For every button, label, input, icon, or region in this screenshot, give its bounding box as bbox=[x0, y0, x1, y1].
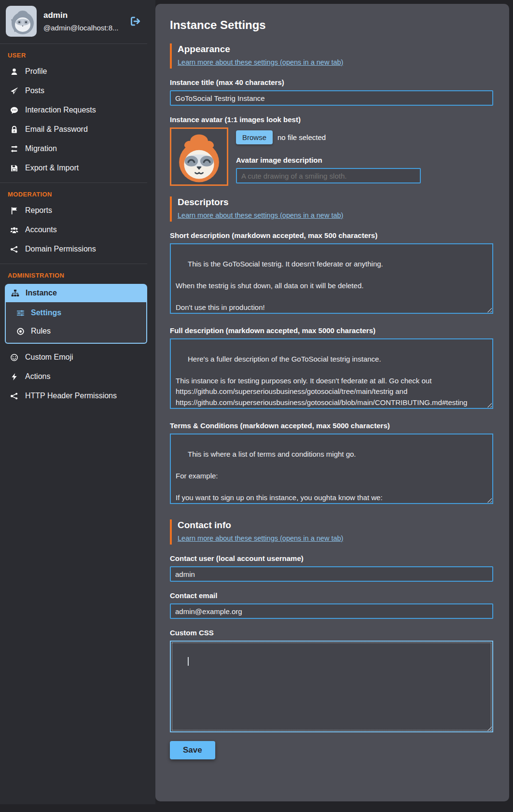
appearance-section-header: Appearance Learn more about these settin… bbox=[170, 43, 495, 69]
sidebar-item-label: Custom Emoji bbox=[25, 353, 73, 362]
sidebar-item-label: Email & Password bbox=[25, 125, 88, 134]
avatar-description-label: Avatar image description bbox=[236, 156, 421, 164]
contact-info-section-header: Contact info Learn more about these sett… bbox=[170, 519, 495, 545]
sidebar-item-label: Profile bbox=[25, 67, 47, 76]
terms-textarea[interactable]: This is where a list of terms and condit… bbox=[170, 434, 493, 504]
sitemap-icon bbox=[11, 289, 19, 297]
transfer-arrows-icon bbox=[10, 145, 18, 153]
avatar-description-input[interactable] bbox=[236, 168, 421, 183]
flag-icon bbox=[10, 207, 18, 215]
sidebar-section-moderation: MODERATION Reports Accounts Domain Permi… bbox=[0, 182, 147, 264]
resize-handle[interactable] bbox=[486, 497, 492, 503]
resize-handle[interactable] bbox=[486, 402, 492, 407]
sidebar-item-settings[interactable]: Settings bbox=[6, 304, 146, 322]
file-status-text: no file selected bbox=[277, 133, 326, 141]
custom-css-textarea[interactable] bbox=[170, 641, 493, 732]
descriptors-learn-more-link[interactable]: Learn more about these settings (opens i… bbox=[178, 211, 343, 219]
sidebar-item-label: Export & Import bbox=[25, 164, 79, 172]
sidebar-item-email-password[interactable]: Email & Password bbox=[0, 120, 147, 139]
contact-info-learn-more-link[interactable]: Learn more about these settings (opens i… bbox=[178, 534, 343, 542]
sidebar-item-http-header-permissions[interactable]: HTTP Header Permissions bbox=[0, 386, 147, 406]
sidebar-item-label: HTTP Header Permissions bbox=[25, 392, 117, 400]
paper-plane-icon bbox=[10, 87, 18, 95]
instance-settings-panel: Instance Settings Appearance Learn more … bbox=[155, 4, 509, 801]
contact-email-field: Contact email bbox=[170, 591, 495, 619]
sidebar-item-export-import[interactable]: Export & Import bbox=[0, 158, 147, 178]
section-header: ADMINISTRATION bbox=[0, 266, 147, 282]
bolt-icon bbox=[10, 373, 18, 381]
contact-email-label: Contact email bbox=[170, 591, 495, 600]
instance-avatar-image bbox=[170, 127, 228, 186]
instance-title-label: Instance title (max 40 characters) bbox=[170, 78, 495, 86]
sidebar-item-label: Actions bbox=[25, 372, 50, 381]
page-title: Instance Settings bbox=[170, 18, 495, 32]
instance-group: Instance Settings Rules bbox=[5, 284, 147, 344]
descriptors-heading: Descriptors bbox=[178, 197, 495, 208]
contact-user-label: Contact user (local account username) bbox=[170, 554, 495, 562]
sidebar-item-accounts[interactable]: Accounts bbox=[0, 220, 147, 239]
sidebar-item-migration[interactable]: Migration bbox=[0, 139, 147, 158]
user-icon bbox=[10, 68, 18, 76]
user-avatar bbox=[6, 6, 37, 37]
resize-handle[interactable] bbox=[486, 725, 492, 731]
custom-css-label: Custom CSS bbox=[170, 629, 495, 637]
sidebar-item-label: Settings bbox=[31, 308, 61, 317]
sidebar-item-reports[interactable]: Reports bbox=[0, 201, 147, 220]
sidebar-item-label: Domain Permissions bbox=[25, 245, 96, 253]
instance-submenu: Settings Rules bbox=[5, 302, 147, 344]
instance-title-input[interactable] bbox=[170, 90, 493, 106]
sidebar-section-administration: ADMINISTRATION Instance Settings Rules bbox=[0, 264, 147, 410]
contact-user-field: Contact user (local account username) bbox=[170, 554, 495, 582]
users-icon bbox=[10, 226, 18, 234]
custom-css-field: Custom CSS bbox=[170, 629, 495, 732]
sidebar-item-instance[interactable]: Instance bbox=[5, 284, 147, 302]
full-description-text: Here's a fuller description of the GoToS… bbox=[176, 355, 467, 406]
contact-user-input[interactable] bbox=[170, 566, 493, 582]
sidebar-item-label: Migration bbox=[25, 144, 57, 153]
logout-icon[interactable] bbox=[130, 16, 140, 27]
short-description-text: This is the GoToSocial testrig. It doesn… bbox=[176, 260, 383, 311]
resize-handle[interactable] bbox=[486, 307, 492, 312]
sidebar-item-custom-emoji[interactable]: Custom Emoji bbox=[0, 348, 147, 367]
sidebar-item-domain-permissions[interactable]: Domain Permissions bbox=[0, 239, 147, 259]
short-description-label: Short description (markdown accepted, ma… bbox=[170, 231, 495, 239]
browse-button[interactable]: Browse bbox=[236, 130, 273, 144]
sidebar-item-label: Posts bbox=[25, 86, 44, 95]
sidebar-item-actions[interactable]: Actions bbox=[0, 367, 147, 386]
appearance-heading: Appearance bbox=[178, 44, 495, 55]
sidebar-item-label: Instance bbox=[26, 289, 57, 297]
user-name: admin bbox=[43, 11, 119, 20]
user-handle: @admin@localhost:8... bbox=[43, 24, 119, 32]
descriptors-section-header: Descriptors Learn more about these setti… bbox=[170, 196, 495, 222]
short-description-field: Short description (markdown accepted, ma… bbox=[170, 231, 495, 314]
sidebar-item-label: Rules bbox=[31, 327, 51, 336]
appearance-learn-more-link[interactable]: Learn more about these settings (opens i… bbox=[178, 58, 343, 66]
instance-avatar-label: Instance avatar (1:1 images look best) bbox=[170, 115, 495, 124]
sidebar-item-label: Reports bbox=[25, 206, 52, 215]
sidebar-item-posts[interactable]: Posts bbox=[0, 81, 147, 100]
full-description-textarea[interactable]: Here's a fuller description of the GoToS… bbox=[170, 338, 493, 409]
full-description-label: Full description (markdown accepted, max… bbox=[170, 326, 495, 335]
sidebar-section-user: USER Profile Posts Interaction Requests … bbox=[0, 43, 147, 182]
terms-label: Terms & Conditions (markdown accepted, m… bbox=[170, 421, 495, 430]
floppy-disk-icon bbox=[10, 164, 18, 172]
text-cursor bbox=[188, 657, 189, 666]
user-card[interactable]: admin @admin@localhost:8... bbox=[0, 0, 147, 43]
sidebar-item-interaction-requests[interactable]: Interaction Requests bbox=[0, 100, 147, 120]
contact-info-heading: Contact info bbox=[178, 520, 495, 531]
contact-email-input[interactable] bbox=[170, 603, 493, 619]
save-button[interactable]: Save bbox=[170, 741, 215, 759]
terms-field: Terms & Conditions (markdown accepted, m… bbox=[170, 421, 495, 504]
share-nodes-icon bbox=[10, 245, 18, 253]
sliders-icon bbox=[16, 309, 25, 317]
circle-dot-icon bbox=[16, 327, 25, 336]
short-description-textarea[interactable]: This is the GoToSocial testrig. It doesn… bbox=[170, 243, 493, 314]
terms-text: This is where a list of terms and condit… bbox=[176, 450, 383, 502]
sidebar-item-rules[interactable]: Rules bbox=[6, 322, 146, 340]
instance-avatar-field: Instance avatar (1:1 images look best) bbox=[170, 115, 495, 186]
section-header: MODERATION bbox=[0, 185, 147, 201]
section-header: USER bbox=[0, 46, 147, 62]
comment-dots-icon bbox=[10, 106, 18, 114]
instance-title-field: Instance title (max 40 characters) bbox=[170, 78, 495, 106]
sidebar-item-profile[interactable]: Profile bbox=[0, 62, 147, 81]
